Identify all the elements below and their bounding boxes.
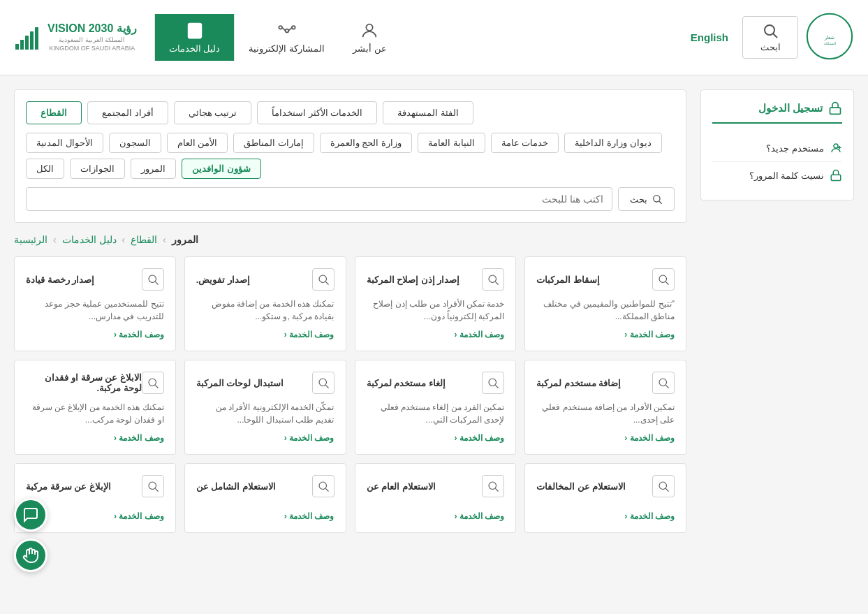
- card-icon-11: [142, 475, 164, 497]
- breadcrumb: المرور › القطاع › دليل الخدمات › الرئيسي…: [14, 234, 686, 245]
- cat-general-services[interactable]: خدمات عامة: [491, 133, 559, 153]
- card-header-2: إصدار تفويض.: [196, 268, 334, 291]
- chat-float-btn[interactable]: [14, 498, 47, 532]
- service-card-4: إضافة مستخدم لمركبة تمكين الأفراد من إضا…: [524, 360, 686, 455]
- tab-sector[interactable]: القطاع: [26, 101, 82, 124]
- card-link-6[interactable]: وصف الخدمة ‹: [196, 433, 334, 443]
- services-guide-icon: [185, 21, 205, 41]
- forgot-password-item[interactable]: نسيت كلمة المرور؟: [712, 162, 842, 189]
- search-header-btn[interactable]: ابحث: [742, 16, 798, 59]
- card-desc-0: "تتيح للمواطنين والمقيمين في مختلف مناطق…: [536, 298, 675, 323]
- nav-services-guide[interactable]: دليل الخدمات: [154, 14, 235, 61]
- category-row: ديوان وزارة الداخلية خدمات عامة النيابة …: [26, 133, 675, 179]
- new-user-item[interactable]: مستخدم جديد؟: [712, 135, 842, 162]
- accessibility-float-btn[interactable]: [14, 539, 47, 547]
- cat-civil-affairs[interactable]: السجون: [109, 133, 161, 153]
- cat-hajj[interactable]: وزارة الحج والعمرة: [320, 133, 412, 153]
- search-btn-icon: [652, 193, 663, 205]
- svg-rect-15: [15, 44, 19, 50]
- cat-all[interactable]: الجوازات: [70, 159, 125, 179]
- tab-community[interactable]: أفراد المجتمع: [87, 101, 168, 124]
- cat-expats[interactable]: الأحوال المدنية: [26, 133, 103, 153]
- tab-alphabetical[interactable]: ترتيب هجائي: [174, 101, 252, 124]
- card-icon-6: [312, 372, 334, 394]
- tab-targeted-group[interactable]: الفئة المستهدفة: [383, 101, 473, 124]
- svg-line-26: [659, 201, 662, 204]
- svg-rect-17: [25, 36, 29, 50]
- card-title-0: إسقاط المركبات: [536, 275, 600, 285]
- service-card-6: استبدال لوحات المركبة تمكّن الخدمة الإلك…: [184, 360, 346, 455]
- card-icon-10: [312, 475, 334, 497]
- card-link-5[interactable]: وصف الخدمة ‹: [367, 433, 505, 443]
- cat-interior-ministry[interactable]: ديوان وزارة الداخلية: [564, 133, 661, 153]
- cat-security[interactable]: إمارات المناطق: [233, 133, 314, 153]
- card-title-9: الاستعلام العام عن: [367, 481, 436, 492]
- cat-passports[interactable]: المرور: [131, 159, 176, 179]
- search-input[interactable]: [26, 187, 612, 211]
- card-search-icon-1: [487, 273, 499, 286]
- nav-participation[interactable]: المشاركة الإلكترونية: [234, 14, 339, 61]
- card-title-10: الاستعلام الشامل عن: [196, 481, 276, 492]
- card-link-9[interactable]: وصف الخدمة ‹: [367, 511, 505, 521]
- card-search-icon-3: [147, 273, 159, 286]
- card-link-10[interactable]: وصف الخدمة ‹: [196, 511, 334, 521]
- breadcrumb-sector[interactable]: القطاع: [131, 234, 157, 245]
- card-link-1[interactable]: وصف الخدمة ‹: [367, 330, 505, 339]
- card-link-2[interactable]: وصف الخدمة ‹: [196, 330, 334, 339]
- tabs-row: الفئة المستهدفة الخدمات الأكثر استخداماً…: [26, 101, 675, 124]
- participation-icon: [277, 21, 297, 41]
- nav-about[interactable]: عن أبشر: [339, 14, 401, 61]
- card-icon-9: [482, 475, 504, 497]
- cat-all-services[interactable]: الكل: [26, 159, 64, 179]
- svg-point-43: [659, 482, 667, 490]
- svg-point-47: [319, 482, 327, 490]
- vision-subtitle2: KINGDOM OF SAUDI ARABIA: [47, 45, 137, 53]
- cat-prisons[interactable]: الأمن العام: [167, 133, 228, 153]
- card-link-3[interactable]: وصف الخدمة ‹: [26, 330, 164, 339]
- login-title: تسجيل الدخول: [712, 101, 842, 124]
- card-link-7[interactable]: وصف الخدمة ‹: [26, 433, 164, 443]
- card-link-0[interactable]: وصف الخدمة ‹: [536, 330, 675, 339]
- chat-icon: [22, 506, 39, 523]
- card-header-8: الاستعلام عن المخالفات: [536, 475, 675, 497]
- svg-rect-24: [831, 175, 841, 180]
- svg-rect-18: [30, 31, 34, 50]
- svg-point-27: [659, 275, 667, 283]
- svg-line-40: [325, 385, 328, 388]
- cat-traffic[interactable]: شؤون الوافدين: [182, 159, 261, 179]
- card-desc-7: تمكنك هذه الخدمة من الإبلاغ عن سرقة او ف…: [26, 401, 164, 426]
- svg-point-35: [659, 379, 667, 386]
- svg-point-45: [489, 482, 496, 490]
- login-icon: [828, 101, 842, 115]
- tab-most-used[interactable]: الخدمات الأكثر استخداماً: [257, 101, 377, 124]
- svg-line-9: [282, 27, 286, 31]
- svg-line-48: [325, 488, 328, 491]
- svg-line-30: [496, 282, 499, 284]
- search-button[interactable]: بحث: [618, 187, 675, 211]
- svg-point-5: [367, 24, 373, 31]
- card-search-icon-6: [317, 377, 330, 389]
- language-switch[interactable]: English: [684, 31, 735, 43]
- card-title-3: إصدار رخصة قيادة: [26, 275, 94, 285]
- card-search-icon-11: [147, 480, 159, 492]
- card-link-4[interactable]: وصف الخدمة ‹: [536, 433, 675, 443]
- svg-text:المملكة: المملكة: [824, 41, 836, 45]
- content-area: الفئة المستهدفة الخدمات الأكثر استخداماً…: [14, 89, 686, 533]
- card-desc-6: تمكّن الخدمة الإلكترونية الأفراد من تقدي…: [196, 401, 334, 426]
- vision-subtitle1: المملكة العربية السعودية: [47, 36, 137, 45]
- card-icon-3: [142, 268, 164, 291]
- breadcrumb-guide[interactable]: دليل الخدمات: [62, 234, 117, 245]
- svg-point-3: [765, 25, 774, 35]
- search-input-wrap: [26, 187, 612, 211]
- service-card-3: إصدار رخصة قيادة تتيح للمستخدمين عملية ح…: [14, 256, 176, 351]
- svg-point-8: [292, 26, 295, 29]
- card-icon-2: [312, 268, 334, 291]
- breadcrumb-home[interactable]: الرئيسية: [14, 234, 47, 245]
- card-link-8[interactable]: وصف الخدمة ‹: [536, 511, 675, 521]
- svg-point-39: [319, 379, 327, 386]
- card-header-11: الإبلاغ عن سرقة مركبة: [26, 475, 164, 497]
- cat-public-prosecution[interactable]: النيابة العامة: [418, 133, 485, 153]
- search-row: بحث: [26, 187, 675, 211]
- logo: شعار المملكة: [805, 12, 854, 64]
- svg-line-10: [288, 27, 292, 31]
